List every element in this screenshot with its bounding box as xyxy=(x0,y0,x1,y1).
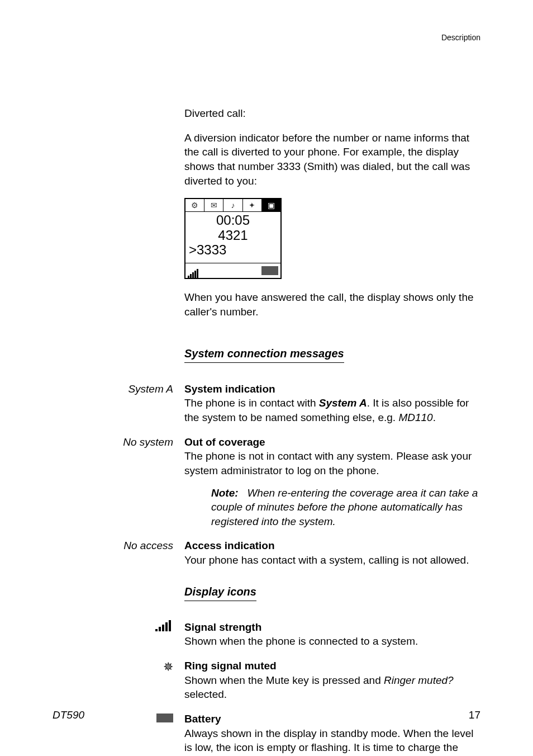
scm-item-title: Access indication xyxy=(184,538,480,553)
display-diverted-number: >3333 xyxy=(189,243,277,257)
note-body: When re-entering the coverage area it ca… xyxy=(211,487,478,527)
emphasis: Ringer muted? xyxy=(384,674,454,686)
status-icon-cell: ▣ xyxy=(262,199,280,211)
page: Description Diverted call: A diversion i… xyxy=(0,0,533,756)
content-area: Diverted call: A diversion indicator bef… xyxy=(53,106,480,756)
text: Shown when the Mute key is pressed and xyxy=(184,674,384,686)
scm-item-title: System indication xyxy=(184,382,480,396)
scm-item-title: Out of coverage xyxy=(184,435,480,450)
scm-item-system-a: System A System indication The phone is … xyxy=(53,382,480,425)
scm-item-no-access: No access Access indication Your phone h… xyxy=(53,538,480,567)
footer-page-number: 17 xyxy=(469,708,480,722)
spacer xyxy=(241,487,244,499)
icon-item-mute: ✵ Ring signal muted Shown when the Mute … xyxy=(53,659,480,702)
battery-icon xyxy=(261,266,278,275)
diverted-paragraph-2: When you have answered the call, the dis… xyxy=(184,290,480,319)
emphasis: MD110 xyxy=(398,412,432,423)
icon-cell xyxy=(53,620,184,635)
status-icon-cell: ✉ xyxy=(204,199,223,211)
section-heading-scm: System connection messages xyxy=(184,346,344,363)
running-header: Description xyxy=(441,32,480,43)
text: The phone is in contact with xyxy=(184,397,319,409)
display-caller-number: 4321 xyxy=(189,228,277,243)
svg-rect-2 xyxy=(162,625,164,631)
text: selected. xyxy=(184,688,227,700)
svg-rect-4 xyxy=(169,620,171,631)
scm-item-body: The phone is not in contact with any sys… xyxy=(184,449,480,478)
text: Always shown in the display in standby m… xyxy=(184,727,474,756)
icon-item-signal: Signal strength Shown when the phone is … xyxy=(53,620,480,649)
diverted-paragraph-1: A diversion indicator before the number … xyxy=(184,131,480,188)
diverted-heading: Diverted call: xyxy=(184,106,480,121)
text: . xyxy=(433,412,436,423)
svg-rect-1 xyxy=(159,627,161,631)
display-time: 00:05 xyxy=(189,213,277,228)
section-heading-icons: Display icons xyxy=(184,584,256,601)
icon-item-title: Ring signal muted xyxy=(184,659,480,673)
page-footer: DT590 17 xyxy=(53,708,480,722)
scm-item-body: Your phone has contact with a system, ca… xyxy=(184,553,480,568)
scm-note: Note: When re-entering the coverage area… xyxy=(211,486,480,529)
display-bottom-row xyxy=(185,263,280,278)
icons-heading-block: Display icons xyxy=(53,584,480,610)
scm-left-label: No system xyxy=(53,435,184,450)
phone-display-mock: ⚙ ✉ ♪ ✦ ▣ 00:05 4321 >3333 xyxy=(184,198,282,279)
icon-item-title: Signal strength xyxy=(184,620,480,635)
scm-item-body: The phone is in contact with System A. I… xyxy=(184,396,480,424)
icon-item-body: Shown when the phone is connected to a s… xyxy=(184,634,480,649)
scm-heading-block: System connection messages xyxy=(53,346,480,372)
signal-strength-icon xyxy=(188,264,199,278)
mute-icon: ✵ xyxy=(163,660,173,674)
note-label: Note: xyxy=(211,487,239,499)
scm-left-label: No access xyxy=(53,538,184,553)
icon-cell: ✵ xyxy=(53,659,184,675)
icon-item-body: Always shown in the display in standby m… xyxy=(184,726,480,756)
svg-rect-0 xyxy=(155,629,158,631)
scm-item-no-system: No system Out of coverage The phone is n… xyxy=(53,435,480,529)
display-body: 00:05 4321 >3333 xyxy=(185,212,280,263)
scm-left-label: System A xyxy=(53,382,184,396)
signal-strength-icon xyxy=(155,620,173,631)
status-icon-cell: ⚙ xyxy=(185,199,204,211)
status-icon-cell: ✦ xyxy=(243,199,262,211)
diverted-call-block: Diverted call: A diversion indicator bef… xyxy=(53,106,480,329)
svg-rect-3 xyxy=(165,622,168,631)
status-icon-cell: ♪ xyxy=(223,199,242,211)
display-status-row: ⚙ ✉ ♪ ✦ ▣ xyxy=(185,199,280,212)
emphasis: System A xyxy=(319,397,367,409)
icon-item-body: Shown when the Mute key is pressed and R… xyxy=(184,673,480,702)
footer-model: DT590 xyxy=(53,708,84,722)
